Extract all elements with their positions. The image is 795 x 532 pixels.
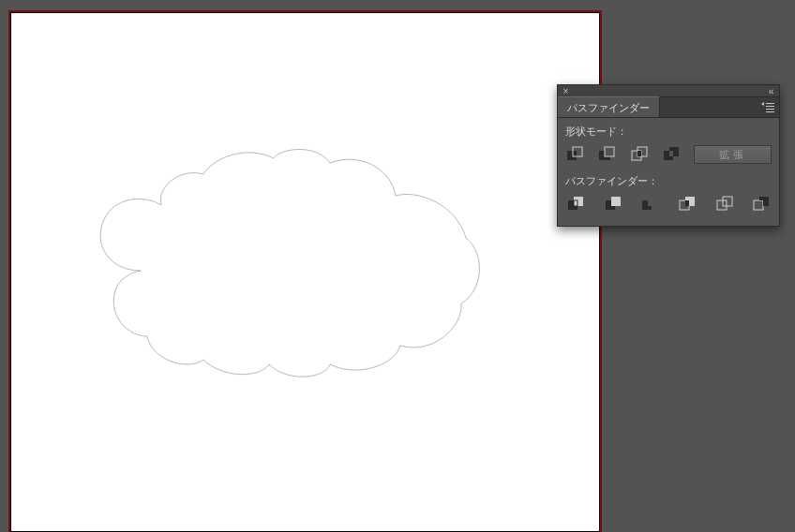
svg-rect-6 bbox=[605, 147, 614, 156]
minus-back-icon bbox=[752, 195, 771, 214]
outline-button[interactable] bbox=[714, 194, 735, 214]
svg-rect-14 bbox=[574, 197, 583, 206]
unite-icon bbox=[565, 145, 584, 164]
divide-button[interactable] bbox=[565, 194, 586, 214]
svg-rect-1 bbox=[766, 106, 774, 107]
minus-back-button[interactable] bbox=[751, 194, 772, 214]
svg-rect-12 bbox=[669, 151, 673, 156]
minus-front-icon bbox=[597, 145, 616, 164]
shape-mode-row: 拡張 bbox=[565, 144, 772, 165]
panel-menu-button[interactable] bbox=[760, 101, 775, 114]
svg-rect-3 bbox=[766, 111, 774, 112]
svg-rect-24 bbox=[723, 197, 732, 206]
crop-button[interactable] bbox=[677, 194, 698, 214]
cloud-vector-shape bbox=[96, 144, 489, 388]
trim-icon bbox=[604, 195, 622, 214]
trim-button[interactable] bbox=[603, 194, 623, 214]
merge-icon bbox=[640, 195, 659, 214]
collapse-icon[interactable]: « bbox=[766, 86, 776, 96]
artboard[interactable] bbox=[10, 12, 600, 532]
svg-rect-25 bbox=[754, 200, 763, 210]
unite-button[interactable] bbox=[565, 144, 584, 165]
pathfinder-row bbox=[565, 194, 772, 214]
minus-front-button[interactable] bbox=[597, 144, 616, 165]
close-icon[interactable]: × bbox=[561, 86, 571, 96]
shape-mode-label: 形状モード： bbox=[565, 125, 772, 139]
svg-rect-19 bbox=[648, 197, 657, 206]
svg-rect-16 bbox=[611, 197, 621, 206]
svg-rect-4 bbox=[567, 151, 577, 160]
crop-icon bbox=[678, 195, 697, 214]
divide-icon bbox=[566, 195, 585, 214]
intersect-button[interactable] bbox=[630, 144, 649, 165]
svg-rect-2 bbox=[766, 109, 774, 110]
svg-rect-0 bbox=[766, 103, 774, 104]
pathfinder-label: パスファインダー： bbox=[565, 174, 772, 188]
exclude-icon bbox=[662, 145, 681, 164]
artboard-canvas bbox=[11, 13, 599, 531]
exclude-button[interactable] bbox=[662, 144, 681, 165]
merge-button[interactable] bbox=[639, 194, 660, 214]
tab-pathfinder[interactable]: パスファインダー bbox=[558, 96, 660, 117]
outline-icon bbox=[715, 195, 734, 214]
expand-button[interactable]: 拡張 bbox=[694, 145, 772, 164]
panel-tab-bar: パスファインダー bbox=[558, 97, 779, 118]
intersect-icon bbox=[630, 145, 649, 164]
pathfinder-panel: × « パスファインダー 形状モード： bbox=[557, 84, 780, 227]
svg-rect-23 bbox=[717, 200, 727, 210]
svg-rect-22 bbox=[685, 200, 689, 206]
svg-rect-9 bbox=[638, 151, 641, 156]
